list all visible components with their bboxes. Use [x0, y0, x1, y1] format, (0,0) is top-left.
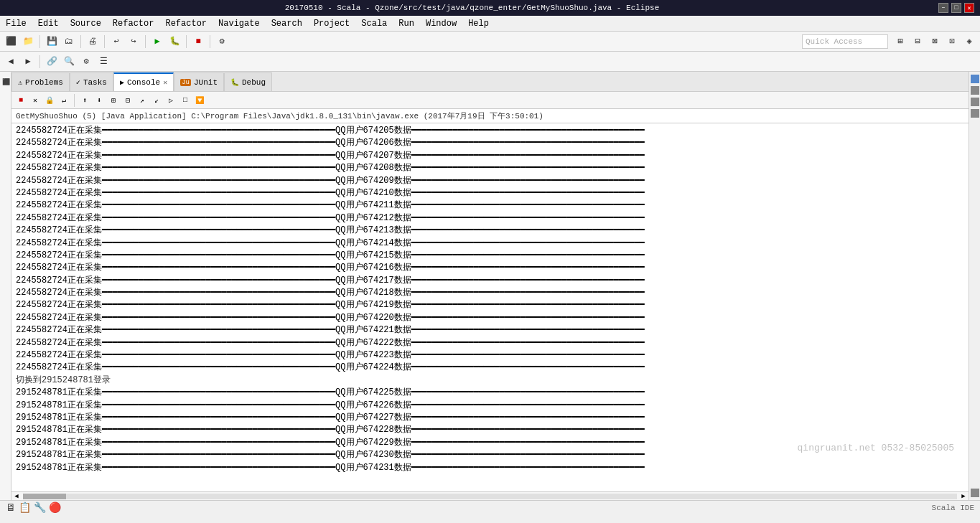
tb-r5[interactable]: ◈	[961, 34, 977, 50]
console-line: 2245582724正在采集━━━━━━━━━━━━━━━━━━━━━━━━━━…	[16, 187, 964, 199]
problems-icon: ⚠	[18, 78, 22, 87]
menu-run[interactable]: Run	[393, 17, 420, 30]
menu-search[interactable]: Search	[266, 17, 308, 30]
minimize-button[interactable]: –	[938, 3, 948, 13]
console-btn7[interactable]: ▷	[164, 94, 177, 107]
clear-console-button[interactable]: ✕	[29, 94, 42, 107]
tb-prefs[interactable]: ⚙	[214, 34, 230, 50]
scroll-lock-button[interactable]: 🔒	[43, 94, 56, 107]
console-line: 2245582724正在采集━━━━━━━━━━━━━━━━━━━━━━━━━━…	[16, 137, 964, 149]
stop-process-button[interactable]: ■	[14, 94, 27, 107]
console-line: 2915248781正在采集━━━━━━━━━━━━━━━━━━━━━━━━━━…	[16, 400, 964, 412]
console-btn6[interactable]: ↙	[150, 94, 163, 107]
tb-new[interactable]: ⬛	[3, 34, 19, 50]
tb2-3[interactable]: 🔗	[44, 54, 60, 70]
console-btn4[interactable]: ⊟	[121, 94, 134, 107]
close-button[interactable]: ✕	[964, 3, 974, 13]
console-line: 2245582724正在采集━━━━━━━━━━━━━━━━━━━━━━━━━━…	[16, 362, 964, 374]
tb-redo[interactable]: ↪	[126, 34, 141, 50]
tb2-5[interactable]: ⚙	[78, 54, 94, 70]
toolbar1: ⬛ 📁 💾 🗂 🖨 ↩ ↪ ▶ 🐛 ■ ⚙ Quick Access ⊞ ⊟ ⊠…	[0, 32, 980, 52]
tab-junit-label: JUnit	[194, 78, 218, 87]
tb-r2[interactable]: ⊟	[910, 34, 925, 50]
quick-access-box: Quick Access	[802, 34, 888, 49]
status-icon2: 📋	[19, 501, 31, 514]
menu-window[interactable]: Window	[420, 17, 462, 30]
menu-refactor1[interactable]: Refactor	[107, 17, 160, 30]
menu-navigate[interactable]: Navigate	[213, 17, 266, 30]
tb-open[interactable]: 📁	[20, 34, 36, 50]
far-right-icon2[interactable]	[971, 86, 979, 95]
console-output[interactable]: 2245582724正在采集━━━━━━━━━━━━━━━━━━━━━━━━━━…	[11, 123, 969, 491]
console-line: 2245582724正在采集━━━━━━━━━━━━━━━━━━━━━━━━━━…	[16, 299, 964, 311]
status-right: Scala IDE	[932, 504, 974, 512]
tb2-1[interactable]: ◀	[3, 54, 19, 70]
console-close-icon[interactable]: ✕	[163, 78, 167, 87]
console-btn1[interactable]: ⬆	[78, 94, 91, 107]
tb2-2[interactable]: ▶	[20, 54, 36, 70]
tab-console-label: Console	[127, 78, 160, 87]
console-line: 2245582724正在采集━━━━━━━━━━━━━━━━━━━━━━━━━━…	[16, 199, 964, 212]
menu-source[interactable]: Source	[65, 17, 107, 30]
console-line: 2245582724正在采集━━━━━━━━━━━━━━━━━━━━━━━━━━…	[16, 337, 964, 349]
console-line: 2245582724正在采集━━━━━━━━━━━━━━━━━━━━━━━━━━…	[16, 349, 964, 362]
tb-undo[interactable]: ↩	[108, 34, 124, 50]
h-scroll-track[interactable]	[23, 494, 957, 499]
tab-console[interactable]: ▶ Console ✕	[113, 72, 174, 91]
console-line: 2245582724正在采集━━━━━━━━━━━━━━━━━━━━━━━━━━…	[16, 262, 964, 274]
menu-edit[interactable]: Edit	[32, 17, 65, 30]
console-line: 2245582724正在采集━━━━━━━━━━━━━━━━━━━━━━━━━━…	[16, 312, 964, 324]
tb2-6[interactable]: ☰	[95, 54, 111, 70]
maximize-button[interactable]: □	[951, 3, 961, 13]
menu-help[interactable]: Help	[462, 17, 495, 30]
status-icon3: 🔧	[34, 501, 46, 514]
menu-project[interactable]: Project	[308, 17, 355, 30]
console-btn5[interactable]: ↗	[136, 94, 149, 107]
horizontal-scrollbar[interactable]: ◀ ▶	[11, 491, 969, 500]
console-btn3[interactable]: ⊞	[107, 94, 120, 107]
tb-r4[interactable]: ⊡	[944, 34, 960, 50]
tb2-4[interactable]: 🔍	[61, 54, 77, 70]
tab-debug-label: Debug	[242, 78, 266, 87]
tab-tasks[interactable]: ✓ Tasks	[70, 72, 113, 91]
far-right-icon5[interactable]	[971, 489, 979, 497]
console-line: 2915248781正在采集━━━━━━━━━━━━━━━━━━━━━━━━━━…	[16, 449, 964, 461]
console-btn9[interactable]: 🔽	[193, 94, 206, 107]
tb-r1[interactable]: ⊞	[892, 34, 908, 50]
console-btn8[interactable]: □	[179, 94, 192, 107]
console-info-bar: GetMyShuoShuo (5) [Java Application] C:\…	[11, 109, 969, 123]
tb-run[interactable]: ▶	[149, 34, 165, 50]
h-scroll-left[interactable]: ◀	[11, 492, 22, 500]
tb-save-all[interactable]: 🗂	[61, 34, 77, 50]
menu-file[interactable]: File	[0, 17, 32, 30]
status-bar: 🖥 📋 🔧 🔴 Scala IDE	[0, 500, 980, 514]
tb-print[interactable]: 🖨	[85, 34, 101, 50]
far-right-icon1[interactable]	[971, 75, 979, 83]
h-scroll-right[interactable]: ▶	[958, 492, 969, 500]
tb-save[interactable]: 💾	[44, 34, 60, 50]
tab-problems[interactable]: ⚠ Problems	[11, 72, 70, 91]
console-line: 2245582724正在采集━━━━━━━━━━━━━━━━━━━━━━━━━━…	[16, 237, 964, 250]
tab-junit[interactable]: Ju JUnit	[174, 72, 224, 91]
h-scroll-thumb[interactable]	[23, 494, 66, 499]
menu-refactor2[interactable]: Refactor	[159, 17, 213, 30]
word-wrap-button[interactable]: ↵	[57, 94, 70, 107]
quick-access-label: Quick Access	[806, 37, 862, 46]
menu-bar: File Edit Source Refactor Refactor Navig…	[0, 16, 980, 32]
tb-r3[interactable]: ⊠	[927, 34, 943, 50]
console-btn2[interactable]: ⬇	[93, 94, 106, 107]
console-line: 切换到2915248781登录	[16, 374, 964, 387]
tab-bar: ⚠ Problems ✓ Tasks ▶ Console ✕ Ju JUnit …	[11, 72, 969, 92]
tb-stop[interactable]: ■	[190, 34, 206, 50]
title-bar: 20170510 - Scala - Qzone/src/test/java/q…	[0, 0, 980, 16]
menu-scala[interactable]: Scala	[355, 17, 393, 30]
tab-debug[interactable]: 🐛 Debug	[224, 72, 272, 91]
far-right-icon3[interactable]	[971, 98, 979, 106]
console-lines-container: 2245582724正在采集━━━━━━━━━━━━━━━━━━━━━━━━━━…	[16, 125, 964, 474]
tasks-icon: ✓	[76, 78, 80, 87]
sep5	[186, 35, 187, 48]
far-right-panel	[969, 72, 980, 500]
tb-debug[interactable]: 🐛	[167, 34, 182, 50]
far-right-icon4[interactable]	[971, 109, 979, 118]
console-icon: ▶	[120, 78, 124, 87]
